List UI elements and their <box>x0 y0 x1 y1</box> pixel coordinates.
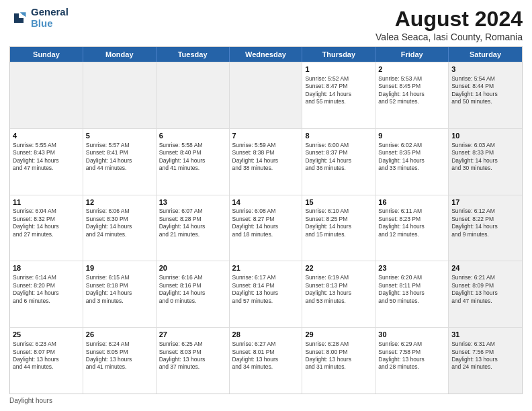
day-info: and 52 minutes. <box>378 98 445 105</box>
day-info: Sunrise: 6:06 AM <box>86 208 153 215</box>
calendar-cell: 14Sunrise: 6:08 AMSunset: 8:27 PMDayligh… <box>230 195 303 261</box>
day-info: Sunset: 8:14 PM <box>232 282 300 289</box>
calendar-cell <box>230 62 303 128</box>
calendar-body: 1Sunrise: 5:52 AMSunset: 8:47 PMDaylight… <box>10 62 522 394</box>
day-info: Daylight: 13 hours <box>305 356 372 363</box>
day-info: Daylight: 14 hours <box>378 91 445 98</box>
calendar-row-4: 18Sunrise: 6:14 AMSunset: 8:20 PMDayligh… <box>10 261 522 327</box>
day-number: 4 <box>13 131 80 141</box>
day-info: Sunrise: 6:24 AM <box>86 340 153 348</box>
day-info: Daylight: 14 hours <box>305 223 372 230</box>
day-info: Sunset: 8:45 PM <box>378 83 445 90</box>
day-number: 12 <box>86 197 153 208</box>
day-info: Sunrise: 6:25 AM <box>159 340 226 348</box>
day-info: Sunrise: 6:14 AM <box>13 274 80 281</box>
day-number: 1 <box>305 64 372 75</box>
day-number: 25 <box>13 330 80 340</box>
day-number: 31 <box>451 330 519 340</box>
day-info: Sunset: 8:16 PM <box>159 282 226 289</box>
day-of-week-sunday: Sunday <box>10 47 83 62</box>
day-info: and 24 minutes. <box>451 363 519 371</box>
day-of-week-friday: Friday <box>375 47 449 62</box>
day-info: Daylight: 14 hours <box>13 157 80 165</box>
calendar-cell: 22Sunrise: 6:19 AMSunset: 8:13 PMDayligh… <box>302 261 375 327</box>
day-info: and 41 minutes. <box>86 363 153 371</box>
day-info: and 55 minutes. <box>305 98 372 105</box>
day-info: Sunrise: 5:58 AM <box>159 142 226 149</box>
day-info: Daylight: 14 hours <box>13 289 80 297</box>
day-number: 30 <box>378 330 445 340</box>
calendar-header: SundayMondayTuesdayWednesdayThursdayFrid… <box>10 47 522 62</box>
day-of-week-tuesday: Tuesday <box>157 47 230 62</box>
day-info: Sunrise: 6:03 AM <box>451 142 519 149</box>
day-info: Sunset: 8:28 PM <box>159 216 226 223</box>
day-number: 10 <box>451 131 519 141</box>
day-info: Daylight: 13 hours <box>305 289 372 297</box>
day-info: Sunset: 8:25 PM <box>305 216 372 223</box>
main-title: August 2024 <box>375 7 523 32</box>
day-info: and 18 minutes. <box>232 231 300 238</box>
day-info: Sunset: 8:22 PM <box>451 216 519 223</box>
day-info: and 50 minutes. <box>378 298 445 305</box>
day-number: 6 <box>159 131 226 141</box>
calendar-cell: 19Sunrise: 6:15 AMSunset: 8:18 PMDayligh… <box>83 261 157 327</box>
day-info: Sunrise: 5:59 AM <box>232 142 300 149</box>
day-info: Sunset: 8:32 PM <box>13 216 80 223</box>
day-info: Daylight: 14 hours <box>159 223 226 230</box>
day-info: Daylight: 14 hours <box>378 157 445 165</box>
day-info: Sunset: 8:23 PM <box>378 216 445 223</box>
day-number: 3 <box>451 64 519 75</box>
day-number: 21 <box>232 263 300 273</box>
day-info: and 53 minutes. <box>305 298 372 305</box>
calendar-cell: 31Sunrise: 6:31 AMSunset: 7:56 PMDayligh… <box>449 328 522 394</box>
day-info: Daylight: 14 hours <box>378 223 445 230</box>
day-info: Sunset: 8:13 PM <box>305 282 372 289</box>
day-info: Daylight: 14 hours <box>305 157 372 165</box>
day-info: Sunrise: 6:16 AM <box>159 274 226 281</box>
calendar-cell <box>157 62 230 128</box>
day-info: and 38 minutes. <box>232 165 300 172</box>
day-info: Sunset: 8:01 PM <box>232 349 300 356</box>
calendar-cell: 30Sunrise: 6:29 AMSunset: 7:58 PMDayligh… <box>375 328 449 394</box>
calendar-cell: 6Sunrise: 5:58 AMSunset: 8:40 PMDaylight… <box>157 129 230 195</box>
day-info: Sunrise: 5:54 AM <box>451 75 519 83</box>
calendar-cell <box>83 62 157 128</box>
day-info: Sunrise: 5:53 AM <box>378 75 445 83</box>
day-info: Sunrise: 6:29 AM <box>378 340 445 348</box>
day-info: Daylight: 14 hours <box>232 223 300 230</box>
day-info: Daylight: 13 hours <box>13 356 80 363</box>
day-number: 15 <box>305 197 372 208</box>
day-info: Sunset: 8:03 PM <box>159 349 226 356</box>
day-info: Sunrise: 6:12 AM <box>451 208 519 215</box>
day-info: Sunset: 8:27 PM <box>232 216 300 223</box>
day-info: Sunrise: 6:28 AM <box>305 340 372 348</box>
calendar-cell: 11Sunrise: 6:04 AMSunset: 8:32 PMDayligh… <box>10 195 83 261</box>
day-info: Sunrise: 6:04 AM <box>13 208 80 215</box>
day-info: and 27 minutes. <box>13 231 80 238</box>
day-info: Sunrise: 6:23 AM <box>13 340 80 348</box>
day-info: Sunset: 8:40 PM <box>159 149 226 156</box>
day-info: Daylight: 13 hours <box>159 356 226 363</box>
subtitle: Valea Seaca, Iasi County, Romania <box>375 32 523 42</box>
calendar-cell: 28Sunrise: 6:27 AMSunset: 8:01 PMDayligh… <box>230 328 303 394</box>
day-info: Daylight: 13 hours <box>451 356 519 363</box>
footer-label: Daylight hours <box>9 397 52 404</box>
day-info: Daylight: 14 hours <box>159 289 226 297</box>
calendar-cell: 5Sunrise: 5:57 AMSunset: 8:41 PMDaylight… <box>83 129 157 195</box>
calendar-cell: 12Sunrise: 6:06 AMSunset: 8:30 PMDayligh… <box>83 195 157 261</box>
calendar-row-2: 4Sunrise: 5:55 AMSunset: 8:43 PMDaylight… <box>10 128 522 195</box>
day-of-week-monday: Monday <box>83 47 157 62</box>
calendar: SundayMondayTuesdayWednesdayThursdayFrid… <box>9 46 523 394</box>
day-info: Sunrise: 5:57 AM <box>86 142 153 149</box>
day-info: Sunset: 8:11 PM <box>378 282 445 289</box>
day-info: Sunrise: 6:10 AM <box>305 208 372 215</box>
day-info: Daylight: 14 hours <box>232 157 300 165</box>
day-number: 5 <box>86 131 153 141</box>
day-of-week-wednesday: Wednesday <box>230 47 303 62</box>
day-info: and 36 minutes. <box>305 165 372 172</box>
footer: Daylight hours <box>9 397 523 404</box>
calendar-cell: 15Sunrise: 6:10 AMSunset: 8:25 PMDayligh… <box>302 195 375 261</box>
calendar-cell: 3Sunrise: 5:54 AMSunset: 8:44 PMDaylight… <box>449 62 522 128</box>
day-info: Sunrise: 6:17 AM <box>232 274 300 281</box>
day-info: Daylight: 13 hours <box>232 356 300 363</box>
